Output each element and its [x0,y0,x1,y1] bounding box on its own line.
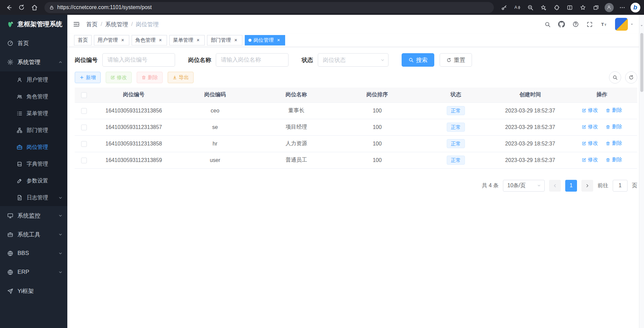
settings-menu-icon[interactable] [616,1,628,13]
breadcrumb-system[interactable]: 系统管理 [105,21,128,28]
leaf-logo-icon [6,20,14,28]
row-delete-link[interactable]: 删除 [606,157,622,163]
tab-home[interactable]: 首页 [74,35,92,45]
sidebar-item-parameters[interactable]: 参数设置 [0,172,67,189]
export-button[interactable]: 导出 [168,72,194,83]
github-icon[interactable] [558,21,565,28]
zoom-icon[interactable] [524,1,536,13]
chevron-down-icon [58,214,63,218]
column-header: 岗位编码 [174,88,256,102]
page-size-select[interactable]: 10条/页 [503,180,545,192]
edit-button[interactable]: 修改 [106,72,132,83]
extensions-icon[interactable] [550,1,563,13]
goto-page-input[interactable] [613,180,628,192]
row-delete-link[interactable]: 删除 [606,107,622,113]
add-favorite-icon[interactable] [537,1,549,13]
prev-page-button[interactable] [549,180,561,192]
column-header: 岗位编号 [93,88,174,102]
add-button[interactable]: 新增 [75,72,101,83]
row-checkbox[interactable] [81,158,87,163]
row-edit-link[interactable]: 修改 [582,157,598,163]
bing-logo: b [631,3,640,12]
sidebar-item-menus[interactable]: 菜单管理 [0,105,67,122]
tab-close-icon[interactable]: × [233,37,239,43]
row-delete-link[interactable]: 删除 [606,124,622,130]
font-size-icon[interactable]: TT [600,21,608,28]
svg-text:A: A [514,5,517,10]
search-button[interactable]: 搜索 [402,53,434,67]
tab-post-management[interactable]: 岗位管理 × [245,35,285,45]
sidebar-item-dictionary[interactable]: 字典管理 [0,156,67,172]
help-question-icon[interactable] [572,21,579,28]
chevron-up-icon [58,60,63,64]
page-number-button[interactable]: 1 [565,180,577,192]
app-logo[interactable]: 意框架管理系统 [0,15,67,34]
url-text: https://ccnetcore.com:1101/system/post [57,4,152,10]
book-icon [16,161,23,167]
row-edit-link[interactable]: 修改 [582,107,598,113]
header-search-icon[interactable] [544,21,551,28]
reset-button[interactable]: 重置 [440,53,472,67]
tab-close-icon[interactable]: × [276,37,281,43]
sidebar-item-bbs[interactable]: BBS [0,244,67,263]
bing-copilot-icon[interactable]: b [629,1,641,13]
user-avatar-menu[interactable] [615,18,634,31]
read-aloud-icon[interactable]: A [511,1,523,13]
post-name-input[interactable] [216,53,289,67]
site-info-lock-icon[interactable] [49,5,54,10]
trash-icon [606,158,610,162]
next-page-button[interactable] [581,180,593,192]
row-checkbox[interactable] [81,141,87,147]
sidebar-item-users[interactable]: 用户管理 [0,71,67,88]
split-screen-icon[interactable] [564,1,576,13]
sidebar-item-monitor[interactable]: 系统监控 [0,206,67,225]
row-checkbox[interactable] [81,125,87,130]
sidebar-item-erp[interactable]: ERP [0,263,67,282]
chevron-down-icon [58,251,63,256]
toolbox-icon [7,231,13,238]
tab-user-management[interactable]: 用户管理 × [94,35,129,45]
browser-profile-avatar[interactable] [603,1,615,13]
sidebar-item-yi-framework[interactable]: Yi框架 [0,282,67,300]
sidebar-item-logs[interactable]: 日志管理 [0,189,67,206]
sidebar-item-posts[interactable]: 岗位管理 [0,139,67,156]
delete-button[interactable]: 删除 [137,72,163,83]
favorites-icon[interactable] [577,1,589,13]
sidebar-item-departments[interactable]: 部门管理 [0,122,67,139]
sidebar: 意框架管理系统 首页 系统管理 [0,15,67,328]
fullscreen-icon[interactable] [586,21,593,28]
scrollbar-thumb[interactable] [640,33,643,92]
row-edit-link[interactable]: 修改 [582,124,598,130]
row-edit-link[interactable]: 修改 [582,140,598,146]
browser-refresh-button[interactable] [15,1,28,13]
tab-close-icon[interactable]: × [120,37,126,43]
tab-menu-management[interactable]: 菜单管理 × [169,35,205,45]
row-checkbox[interactable] [81,108,87,114]
tab-role-management[interactable]: 角色管理 × [132,35,167,45]
browser-home-button[interactable] [28,1,40,13]
refresh-icon [446,58,451,63]
sidebar-item-home[interactable]: 首页 [0,34,67,53]
tab-close-icon[interactable]: × [195,37,201,43]
status-select[interactable]: 岗位状态 [318,53,388,67]
breadcrumb-home[interactable]: 首页 [86,21,98,28]
page-scrollbar[interactable] [639,15,644,328]
collections-icon[interactable] [590,1,602,13]
sidebar-item-system[interactable]: 系统管理 [0,53,67,71]
toggle-search-button[interactable] [609,71,621,84]
breadcrumb-current: 岗位管理 [136,21,159,28]
address-bar[interactable]: https://ccnetcore.com:1101/system/post [44,2,494,13]
password-key-icon[interactable] [498,1,510,13]
row-delete-link[interactable]: 删除 [606,140,622,146]
sidebar-item-roles[interactable]: 角色管理 [0,88,67,105]
tab-close-icon[interactable]: × [158,37,163,43]
refresh-table-button[interactable] [625,71,637,84]
column-header: 岗位名称 [256,88,337,102]
tab-department-management[interactable]: 部门管理 × [207,35,242,45]
post-code-input[interactable] [102,53,175,67]
sidebar-collapse-icon[interactable] [73,21,80,28]
table-row: 1641030593112313856 ceo 董事长 100 正常 2023-… [75,102,637,119]
browser-back-button[interactable] [3,1,15,13]
sidebar-item-tools[interactable]: 系统工具 [0,225,67,244]
select-all-checkbox[interactable] [81,92,87,98]
